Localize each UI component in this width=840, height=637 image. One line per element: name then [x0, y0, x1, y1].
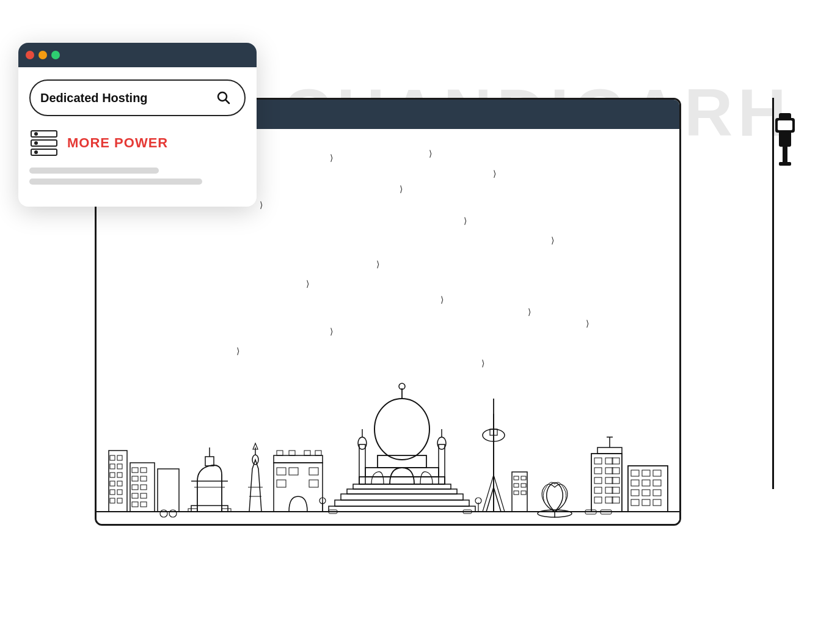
- svg-rect-114: [631, 470, 639, 476]
- popup-dot-red: [26, 51, 34, 59]
- bird-9: ⟩: [376, 259, 379, 269]
- svg-rect-11: [110, 473, 115, 477]
- svg-rect-90: [514, 491, 519, 495]
- svg-line-81: [486, 487, 494, 512]
- server-rack-3: [31, 149, 57, 156]
- svg-rect-71: [335, 500, 469, 506]
- svg-rect-63: [439, 444, 445, 484]
- svg-rect-99: [605, 468, 613, 474]
- svg-rect-60: [359, 444, 365, 484]
- svg-rect-16: [117, 490, 122, 495]
- svg-rect-49: [277, 480, 286, 487]
- svg-point-31: [160, 510, 167, 517]
- svg-rect-96: [605, 458, 613, 464]
- svg-rect-120: [631, 490, 639, 496]
- svg-rect-15: [110, 490, 115, 495]
- svg-rect-122: [653, 490, 661, 496]
- svg-rect-116: [653, 470, 661, 476]
- svg-rect-14: [117, 481, 122, 486]
- svg-rect-3: [783, 147, 787, 164]
- svg-rect-105: [605, 487, 613, 493]
- svg-rect-100: [612, 468, 619, 474]
- svg-rect-87: [521, 476, 526, 480]
- bird-8: ⟩: [551, 235, 554, 245]
- server-rack-1: [31, 130, 57, 138]
- bird-10: ⟩: [306, 279, 309, 289]
- server-stack-icon: [29, 128, 59, 158]
- svg-rect-9: [110, 464, 115, 469]
- svg-rect-8: [117, 455, 122, 460]
- search-input-value: Dedicated Hosting: [40, 91, 213, 105]
- svg-point-61: [358, 437, 367, 449]
- search-button[interactable]: [213, 87, 235, 109]
- svg-rect-20: [132, 468, 138, 473]
- skeleton-line-2: [29, 179, 202, 185]
- svg-rect-72: [329, 506, 475, 512]
- svg-rect-47: [289, 468, 298, 475]
- svg-rect-26: [132, 493, 138, 498]
- svg-rect-88: [514, 484, 519, 487]
- bird-11: ⟩: [440, 295, 444, 304]
- svg-point-64: [437, 437, 446, 449]
- svg-rect-97: [612, 458, 619, 464]
- svg-rect-13: [110, 481, 115, 486]
- svg-point-32: [169, 510, 177, 517]
- svg-rect-123: [631, 499, 639, 506]
- svg-rect-27: [141, 493, 147, 498]
- svg-rect-54: [304, 451, 310, 455]
- svg-rect-10: [117, 464, 122, 469]
- svg-rect-85: [512, 472, 527, 512]
- svg-rect-113: [628, 466, 668, 512]
- svg-rect-17: [110, 498, 115, 503]
- svg-rect-52: [277, 451, 283, 455]
- svg-rect-115: [642, 470, 650, 476]
- svg-rect-48: [309, 468, 318, 475]
- svg-rect-12: [117, 473, 122, 477]
- svg-rect-29: [141, 502, 147, 507]
- svg-rect-22: [132, 476, 138, 481]
- bird-7: ⟩: [464, 216, 467, 226]
- svg-rect-106: [612, 487, 619, 493]
- bird-15: ⟩: [586, 318, 589, 328]
- bird-2: ⟩: [330, 153, 333, 163]
- svg-rect-28: [132, 502, 138, 507]
- svg-rect-124: [642, 499, 650, 506]
- bird-3: ⟩: [429, 149, 432, 158]
- svg-rect-110: [597, 447, 622, 454]
- server-rack-2: [31, 139, 57, 147]
- svg-rect-50: [309, 480, 318, 487]
- popup-body: Dedicated Hosting MORE POWER: [18, 67, 257, 207]
- svg-rect-68: [353, 484, 451, 489]
- svg-rect-2: [778, 120, 792, 130]
- svg-rect-108: [605, 497, 613, 503]
- bird-13: ⟩: [330, 326, 333, 336]
- svg-rect-125: [653, 499, 661, 506]
- svg-rect-19: [130, 463, 155, 512]
- svg-rect-4: [779, 162, 791, 166]
- svg-rect-95: [594, 458, 602, 464]
- svg-rect-104: [594, 487, 602, 493]
- svg-rect-86: [514, 476, 519, 480]
- city-skyline: [97, 365, 679, 524]
- bird-5: ⟩: [260, 200, 263, 210]
- svg-rect-109: [612, 497, 619, 503]
- svg-rect-70: [341, 494, 463, 500]
- svg-rect-24: [132, 485, 138, 490]
- svg-rect-57: [378, 455, 426, 468]
- svg-rect-119: [653, 480, 661, 486]
- svg-rect-103: [612, 477, 619, 484]
- bird-16: ⟩: [481, 358, 484, 368]
- svg-rect-118: [642, 480, 650, 486]
- search-bar[interactable]: Dedicated Hosting: [29, 79, 246, 116]
- popup-browser-header: [18, 43, 257, 67]
- skeleton-line-1: [29, 168, 159, 174]
- svg-rect-121: [642, 490, 650, 496]
- svg-rect-7: [110, 455, 115, 460]
- svg-point-56: [374, 399, 429, 460]
- svg-rect-21: [141, 468, 147, 473]
- svg-rect-55: [315, 451, 321, 455]
- more-power-label: MORE POWER: [67, 135, 168, 151]
- svg-line-82: [494, 487, 501, 512]
- svg-rect-91: [521, 491, 526, 495]
- svg-rect-25: [141, 485, 147, 490]
